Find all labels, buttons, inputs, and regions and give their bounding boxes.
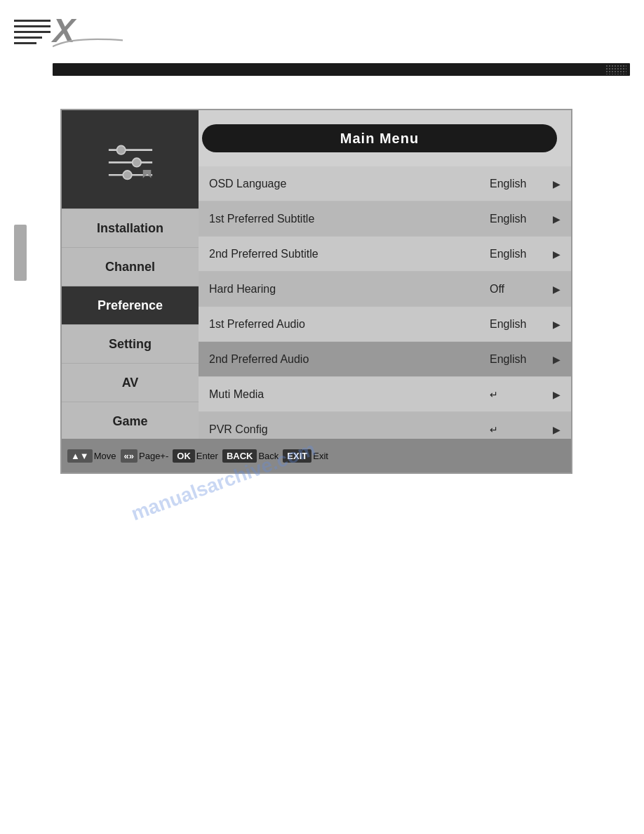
menu-arrow-1st-subtitle: ▶: [553, 213, 561, 225]
menu-value-pvr-config: ↵: [490, 424, 546, 435]
menu-row-2nd-subtitle[interactable]: 2nd Preferred Subtitle English ▶: [199, 237, 571, 272]
sidebar-item-channel[interactable]: Channel: [62, 247, 199, 286]
menu-label-hard-hearing: Hard Hearing: [209, 283, 490, 296]
menu-row-osd-language[interactable]: OSD Language English ▶: [199, 166, 571, 201]
main-menu-title: Main Menu: [340, 131, 419, 147]
back-text: Back: [258, 451, 279, 461]
svg-point-5: [123, 171, 131, 179]
header-bar: [53, 63, 630, 76]
logo-lines: [14, 20, 51, 44]
menu-label-osd: OSD Language: [209, 178, 490, 190]
menu-arrow-2nd-subtitle: ▶: [553, 249, 561, 260]
enter-label: Enter: [196, 451, 218, 461]
settings-icon: [102, 135, 159, 184]
menu-row-1st-subtitle[interactable]: 1st Preferred Subtitle English ▶: [199, 201, 571, 237]
menu-value-osd: English: [490, 178, 546, 190]
logo-line-5: [14, 42, 36, 44]
page-label: Page+-: [139, 451, 168, 461]
sidebar-item-preference-label: Preference: [98, 298, 163, 313]
exit-text: Exit: [313, 451, 328, 461]
logo-line-1: [14, 20, 51, 22]
exit-button[interactable]: EXIT: [283, 449, 311, 463]
menu-row-1st-audio[interactable]: 1st Preferred Audio English ▶: [199, 307, 571, 342]
content-area: OSD Language English ▶ 1st Preferred Sub…: [199, 163, 571, 437]
sidebar-item-game[interactable]: Game: [62, 402, 199, 440]
logo-area: X: [14, 14, 126, 63]
svg-point-4: [132, 158, 140, 166]
menu-row-hard-hearing[interactable]: Hard Hearing Off ▶: [199, 272, 571, 307]
header-bar-dots: [605, 65, 626, 74]
menu-row-muti-media[interactable]: Muti Media ↵ ▶: [199, 377, 571, 412]
nav-sidebar: Installation Channel Preference Setting …: [62, 110, 199, 472]
menu-value-hard-hearing: Off: [490, 283, 546, 296]
nav-icon-area: [62, 110, 199, 208]
title-bar: Main Menu: [202, 124, 557, 152]
logo-line-3: [14, 31, 51, 33]
menu-label-pvr-config: PVR Config: [209, 423, 490, 436]
sidebar-item-av[interactable]: AV: [62, 363, 199, 402]
menu-row-2nd-audio[interactable]: 2nd Preferred Audio English ▶: [199, 342, 571, 377]
sidebar-item-game-label: Game: [112, 414, 147, 429]
bottom-bar: ▲▼ Move «» Page+- OK Enter BACK Back EXI…: [62, 439, 571, 472]
move-icon: ▲▼: [67, 449, 93, 463]
menu-label-1st-subtitle: 1st Preferred Subtitle: [209, 213, 490, 225]
main-container: Main Menu Installation Channel: [60, 109, 572, 474]
sidebar-item-setting-label: Setting: [109, 337, 152, 352]
sidebar-item-setting[interactable]: Setting: [62, 324, 199, 363]
menu-label-2nd-audio: 2nd Preferred Audio: [209, 353, 490, 366]
menu-value-muti-media: ↵: [490, 389, 546, 400]
menu-arrow-hard-hearing: ▶: [553, 284, 561, 295]
menu-arrow-pvr-config: ▶: [553, 424, 561, 435]
svg-point-3: [116, 145, 125, 154]
header: X: [14, 14, 630, 77]
side-tab: [14, 225, 27, 281]
menu-value-2nd-subtitle: English: [490, 248, 546, 260]
menu-value-1st-subtitle: English: [490, 213, 546, 225]
sidebar-item-installation[interactable]: Installation: [62, 208, 199, 247]
logo-line-2: [14, 25, 51, 27]
menu-arrow-osd: ▶: [553, 178, 561, 190]
menu-label-1st-audio: 1st Preferred Audio: [209, 318, 490, 331]
logo-line-4: [14, 37, 42, 39]
menu-label-2nd-subtitle: 2nd Preferred Subtitle: [209, 248, 490, 260]
page-icon: «»: [121, 449, 137, 463]
sidebar-item-channel-label: Channel: [105, 260, 155, 274]
menu-value-1st-audio: English: [490, 318, 546, 331]
menu-arrow-2nd-audio: ▶: [553, 354, 561, 365]
sidebar-item-preference[interactable]: Preference: [62, 286, 199, 324]
move-label: Move: [94, 451, 116, 461]
menu-label-muti-media: Muti Media: [209, 388, 490, 401]
sidebar-item-av-label: AV: [122, 376, 139, 390]
menu-arrow-muti-media: ▶: [553, 389, 561, 400]
logo-swoosh-icon: [53, 35, 123, 49]
ok-button[interactable]: OK: [173, 449, 195, 463]
back-button[interactable]: BACK: [222, 449, 257, 463]
menu-arrow-1st-audio: ▶: [553, 319, 561, 330]
sidebar-item-installation-label: Installation: [97, 221, 163, 236]
menu-value-2nd-audio: English: [490, 353, 546, 366]
